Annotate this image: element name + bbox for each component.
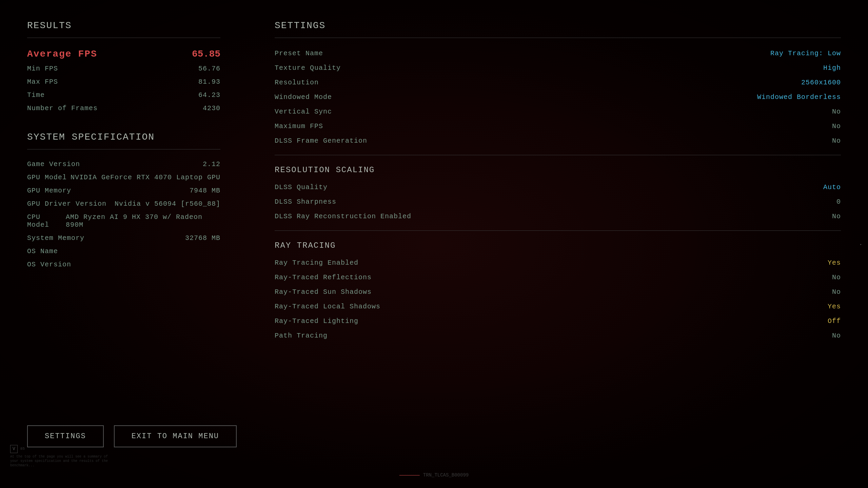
version-number: 85	[20, 446, 25, 451]
game-version-row: Game Version 2.12	[27, 158, 220, 171]
bottom-bar: TRN_TLCAS_B00099	[399, 472, 469, 478]
ray-tracing-enabled-row: Ray Tracing Enabled Yes	[275, 256, 841, 270]
texture-quality-row: Texture Quality High	[275, 61, 841, 75]
settings-title: Settings	[275, 20, 841, 31]
dlss-sharpness-label: DLSS Sharpness	[275, 198, 336, 206]
ray-traced-reflections-value: No	[832, 273, 841, 281]
min-fps-value: 56.76	[198, 65, 220, 73]
main-settings-list: Preset Name Ray Tracing: Low Texture Qua…	[275, 46, 841, 148]
max-fps-row: Maximum FPS No	[275, 119, 841, 134]
path-tracing-label: Path Tracing	[275, 332, 328, 340]
cpu-model-label: CPU Model	[27, 213, 66, 229]
time-row: Time 64.23	[27, 88, 220, 102]
dlss-ray-recon-value: No	[832, 212, 841, 220]
dlss-quality-label: DLSS Quality	[275, 183, 328, 191]
vsync-label: Vertical Sync	[275, 108, 332, 116]
dlss-ray-recon-row: DLSS Ray Reconstruction Enabled No	[275, 209, 841, 224]
dlss-frame-gen-row: DLSS Frame Generation No	[275, 134, 841, 148]
bottom-bar-line-left	[399, 475, 420, 475]
results-title: Results	[27, 20, 220, 31]
preset-name-value: Ray Tracing: Low	[770, 49, 841, 57]
ray-tracing-section: Ray Tracing Ray Tracing Enabled Yes Ray-…	[275, 230, 841, 343]
version-badge: V 85	[10, 445, 112, 453]
system-spec-section: System Specification Game Version 2.12 G…	[27, 132, 220, 271]
cpu-model-row: CPU Model AMD Ryzen AI 9 HX 370 w/ Radeo…	[27, 210, 220, 231]
settings-button[interactable]: Settings	[27, 425, 104, 447]
bottom-bar-text: TRN_TLCAS_B00099	[423, 472, 469, 478]
system-memory-row: System Memory 32768 MB	[27, 231, 220, 245]
windowed-mode-label: Windowed Mode	[275, 93, 332, 101]
windowed-mode-value: Windowed Borderless	[757, 93, 841, 101]
system-memory-value: 32768 MB	[185, 234, 220, 242]
os-version-label: OS Version	[27, 261, 71, 268]
version-info: V 85 At the top of the page you will see…	[10, 445, 112, 468]
ray-tracing-enabled-label: Ray Tracing Enabled	[275, 259, 358, 267]
gpu-memory-label: GPU Memory	[27, 187, 71, 195]
ray-traced-reflections-row: Ray-Traced Reflections No	[275, 270, 841, 285]
os-name-row: OS Name	[27, 245, 220, 258]
gpu-model-value: NVIDIA GeForce RTX 4070 Laptop GPU	[71, 174, 220, 181]
path-tracing-value: No	[832, 332, 841, 340]
windowed-mode-row: Windowed Mode Windowed Borderless	[275, 90, 841, 104]
ray-traced-lighting-row: Ray-Traced Lighting Off	[275, 314, 841, 328]
vsync-value: No	[832, 108, 841, 116]
ray-traced-reflections-label: Ray-Traced Reflections	[275, 273, 372, 281]
frames-label: Number of Frames	[27, 104, 98, 112]
main-container: Results Average FPS 65.85 Min FPS 56.76 …	[0, 0, 868, 488]
dlss-sharpness-row: DLSS Sharpness 0	[275, 195, 841, 209]
ray-traced-lighting-label: Ray-Traced Lighting	[275, 317, 358, 325]
system-memory-label: System Memory	[27, 234, 84, 242]
max-fps-row: Max FPS 81.93	[27, 75, 220, 88]
gpu-memory-value: 7948 MB	[190, 187, 220, 195]
left-panel: Results Average FPS 65.85 Min FPS 56.76 …	[0, 0, 248, 488]
min-fps-row: Min FPS 56.76	[27, 62, 220, 75]
ray-traced-sun-shadows-value: No	[832, 288, 841, 296]
ray-tracing-divider	[275, 230, 841, 231]
vsync-row: Vertical Sync No	[275, 104, 841, 119]
max-fps-label: Max FPS	[27, 78, 58, 86]
resolution-label: Resolution	[275, 79, 319, 86]
gpu-memory-row: GPU Memory 7948 MB	[27, 184, 220, 197]
preset-name-label: Preset Name	[275, 49, 323, 57]
buttons-row: Settings Exit to Main Menu	[27, 425, 237, 447]
ray-traced-sun-shadows-row: Ray-Traced Sun Shadows No	[275, 285, 841, 299]
right-panel: Settings Preset Name Ray Tracing: Low Te…	[248, 0, 868, 488]
ray-tracing-title: Ray Tracing	[275, 241, 841, 250]
cpu-model-value: AMD Ryzen AI 9 HX 370 w/ Radeon 890M	[66, 213, 220, 229]
ray-traced-sun-shadows-label: Ray-Traced Sun Shadows	[275, 288, 372, 296]
ray-traced-lighting-value: Off	[828, 317, 841, 325]
resolution-row: Resolution 2560x1600	[275, 75, 841, 90]
settings-divider	[275, 38, 841, 38]
average-fps-label: Average FPS	[27, 49, 97, 59]
gpu-model-row: GPU Model NVIDIA GeForce RTX 4070 Laptop…	[27, 171, 220, 184]
time-label: Time	[27, 91, 45, 99]
results-divider	[27, 38, 220, 38]
preset-name-row: Preset Name Ray Tracing: Low	[275, 46, 841, 61]
right-dot	[860, 244, 861, 245]
dlss-quality-row: DLSS Quality Auto	[275, 180, 841, 195]
system-spec-divider	[27, 149, 220, 149]
gpu-driver-label: GPU Driver Version	[27, 200, 106, 208]
exit-button[interactable]: Exit to Main Menu	[114, 425, 237, 447]
ray-tracing-enabled-value: Yes	[828, 259, 841, 267]
gpu-driver-row: GPU Driver Version Nvidia v 56094 [r560_…	[27, 197, 220, 210]
dlss-frame-gen-label: DLSS Frame Generation	[275, 137, 367, 145]
path-tracing-row: Path Tracing No	[275, 328, 841, 343]
time-value: 64.23	[198, 91, 220, 99]
dlss-frame-gen-value: No	[832, 137, 841, 145]
dlss-ray-recon-label: DLSS Ray Reconstruction Enabled	[275, 212, 411, 220]
min-fps-label: Min FPS	[27, 65, 58, 73]
frames-row: Number of Frames 4230	[27, 102, 220, 115]
version-letter: V	[10, 445, 18, 453]
resolution-scaling-section: Resolution Scaling DLSS Quality Auto DLS…	[275, 155, 841, 224]
texture-quality-value: High	[823, 64, 841, 72]
res-scaling-title: Resolution Scaling	[275, 165, 841, 175]
results-section: Results Average FPS 65.85 Min FPS 56.76 …	[27, 20, 220, 115]
dlss-sharpness-value: 0	[836, 198, 841, 206]
os-name-label: OS Name	[27, 247, 58, 255]
res-scaling-divider	[275, 155, 841, 155]
os-version-row: OS Version	[27, 258, 220, 271]
dlss-quality-value: Auto	[823, 183, 841, 191]
max-fps-label: Maximum FPS	[275, 122, 323, 130]
system-spec-title: System Specification	[27, 132, 220, 142]
